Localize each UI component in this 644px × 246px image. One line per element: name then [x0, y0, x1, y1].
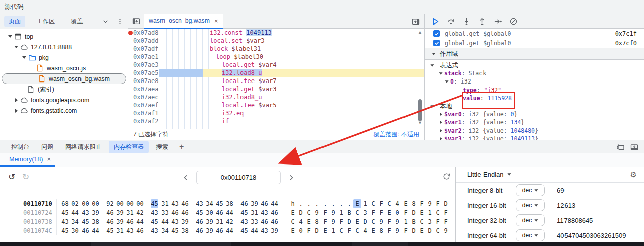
- ascii-char[interactable]: 3: [426, 217, 434, 226]
- ascii-char[interactable]: F: [434, 217, 442, 226]
- memory-byte[interactable]: 46: [82, 226, 89, 235]
- tree-item-wasm_oscn.js[interactable]: wasm_oscn.js: [0, 63, 128, 73]
- memory-byte[interactable]: 44: [226, 226, 233, 235]
- wasm-operand[interactable]: $var7: [258, 77, 276, 85]
- breakpoint-icon[interactable]: [128, 31, 133, 35]
- memory-byte[interactable]: 44: [251, 226, 258, 235]
- memory-byte[interactable]: 43: [151, 226, 158, 235]
- ascii-char[interactable]: D: [410, 226, 418, 235]
- memory-byte[interactable]: 44: [136, 217, 144, 226]
- ascii-char[interactable]: 9: [393, 217, 401, 226]
- code-line[interactable]: 0x07aeci32.load8_u: [128, 93, 424, 101]
- selected-operand[interactable]: 1049113: [246, 29, 272, 36]
- collapse-arrow-icon[interactable]: [429, 105, 436, 108]
- memory-byte[interactable]: 45: [216, 199, 223, 208]
- ascii-char[interactable]: D: [410, 208, 418, 217]
- code-line[interactable]: 0x07ae1loop $label30: [128, 53, 424, 61]
- next-page-icon[interactable]: [287, 173, 296, 182]
- line-address[interactable]: 0x07aec: [128, 93, 159, 101]
- memory-byte[interactable]: 43: [171, 199, 179, 208]
- ascii-char[interactable]: C: [353, 208, 361, 217]
- memory-byte[interactable]: 46: [181, 199, 189, 208]
- memory-byte[interactable]: 31: [116, 226, 124, 235]
- memory-byte[interactable]: 46: [106, 208, 114, 217]
- breakpoint-entry[interactable]: global.get $global00x7cf0: [425, 38, 644, 48]
- ascii-char[interactable]: E: [369, 226, 377, 235]
- breakpoint-entry[interactable]: global.get $global00x7c1f: [425, 29, 644, 38]
- scope-variable-var2[interactable]: $var2: i32 {value: 1048480}: [425, 127, 644, 135]
- memory-byte[interactable]: 45: [196, 208, 203, 217]
- memory-byte[interactable]: 43: [126, 226, 134, 235]
- tree-item-fonts.googleapis.com[interactable]: fonts.googleapis.com: [0, 95, 128, 105]
- line-address[interactable]: 0x07aef: [128, 101, 159, 109]
- memory-byte[interactable]: 30: [71, 226, 79, 235]
- scope-variable-var0[interactable]: $var0: i32 {value: 0}: [425, 110, 644, 118]
- ascii-char[interactable]: B: [410, 217, 418, 226]
- ascii-char[interactable]: h: [289, 199, 297, 208]
- code-line[interactable]: 0x07aealocal.get $var3: [128, 85, 424, 93]
- wasm-operand[interactable]: $label30: [234, 53, 263, 60]
- ascii-char[interactable]: E: [418, 208, 426, 217]
- memory-address-input[interactable]: [196, 171, 281, 184]
- memory-byte[interactable]: 02: [71, 199, 79, 208]
- wasm-instruction[interactable]: loop: [216, 53, 230, 60]
- line-address[interactable]: 0x07ae1: [128, 53, 159, 61]
- memory-byte[interactable]: 44: [271, 199, 278, 208]
- ascii-char[interactable]: E: [353, 199, 361, 208]
- memory-byte[interactable]: 38: [181, 226, 189, 235]
- memory-byte[interactable]: 00: [82, 199, 89, 208]
- step-over-icon[interactable]: [446, 17, 455, 26]
- previous-page-icon[interactable]: [181, 173, 190, 182]
- collapse-arrow-icon[interactable]: [429, 64, 436, 67]
- memory-byte[interactable]: 68: [61, 199, 69, 208]
- chevron-down-icon[interactable]: [102, 17, 109, 26]
- code-line[interactable]: 0x07af2if: [128, 117, 424, 125]
- ascii-char[interactable]: C: [305, 208, 313, 217]
- ascii-char[interactable]: .: [305, 199, 313, 208]
- memory-byte[interactable]: 43: [261, 226, 268, 235]
- memory-byte[interactable]: 46: [240, 199, 248, 208]
- drawer-tab-4[interactable]: 搜索: [151, 141, 173, 153]
- close-icon[interactable]: ×: [214, 17, 218, 25]
- wasm-instruction[interactable]: local.tee: [222, 77, 255, 85]
- ascii-char[interactable]: F: [401, 208, 410, 217]
- code-line[interactable]: 0x07ae5i32.load8_u: [128, 69, 424, 77]
- line-address[interactable]: 0x07ae5: [128, 69, 159, 77]
- scroll-up-icon[interactable]: ▲: [418, 30, 422, 35]
- ascii-char[interactable]: B: [345, 208, 353, 217]
- memory-byte[interactable]: 44: [92, 226, 99, 235]
- code-line[interactable]: 0x07ae8local.tee $var7: [128, 77, 424, 85]
- ascii-char[interactable]: F: [369, 208, 377, 217]
- code-line[interactable]: 0x07ad8i32.const 1049113: [128, 29, 424, 37]
- memory-byte[interactable]: 46: [216, 226, 223, 235]
- scope-property-0[interactable]: 0: i32: [425, 77, 644, 86]
- ascii-char[interactable]: E: [353, 217, 361, 226]
- drawer-tab-3[interactable]: 内存检查器: [109, 141, 149, 153]
- sidebar-tab-overrides[interactable]: 覆盖: [66, 16, 88, 27]
- memory-byte[interactable]: 34: [71, 217, 79, 226]
- ascii-char[interactable]: C: [289, 217, 297, 226]
- endianness-select[interactable]: Little Endian: [467, 171, 504, 178]
- memory-byte[interactable]: 00: [126, 199, 134, 208]
- ascii-char[interactable]: E: [401, 199, 410, 208]
- undo-icon[interactable]: ↺: [8, 172, 15, 182]
- line-address[interactable]: 0x07adf: [128, 45, 159, 53]
- wasm-instruction[interactable]: local.set: [210, 37, 243, 44]
- ascii-char[interactable]: C: [434, 226, 442, 235]
- memory-byte[interactable]: 46: [216, 208, 223, 217]
- memory-byte[interactable]: 30: [206, 208, 213, 217]
- memory-byte[interactable]: 45: [106, 226, 114, 235]
- ascii-char[interactable]: .: [337, 199, 345, 208]
- scope-section-5[interactable]: 本地: [425, 102, 644, 110]
- ascii-char[interactable]: 1: [361, 199, 369, 208]
- expander-arrow-icon[interactable]: [12, 98, 20, 102]
- memory-byte[interactable]: 46: [271, 217, 278, 226]
- line-address[interactable]: 0x07add: [128, 37, 159, 45]
- breakpoint-checkbox[interactable]: [433, 30, 440, 37]
- memory-byte[interactable]: 46: [171, 208, 179, 217]
- drawer-tab-1[interactable]: 问题: [36, 141, 58, 153]
- ascii-char[interactable]: .: [321, 199, 329, 208]
- wasm-instruction[interactable]: block: [210, 45, 228, 52]
- ascii-char[interactable]: C: [369, 217, 377, 226]
- add-tab-icon[interactable]: +: [175, 142, 188, 151]
